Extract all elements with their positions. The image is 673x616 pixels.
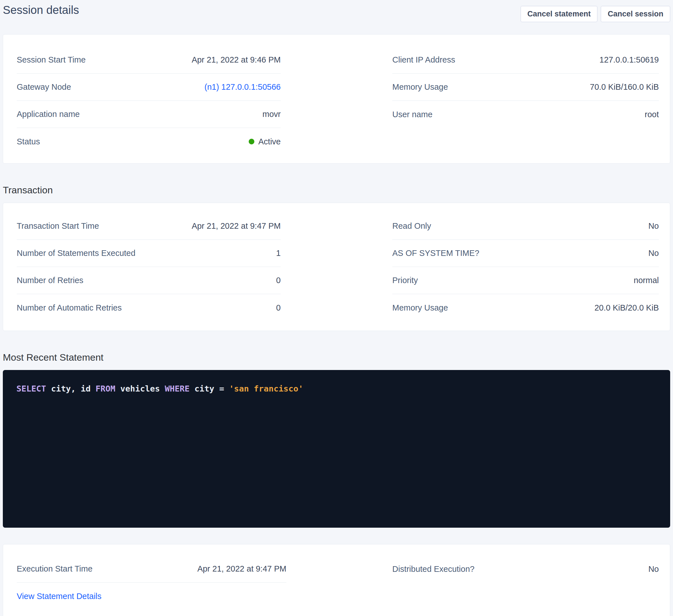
session-summary-card: Session Start Time Apr 21, 2022 at 9:46 … [3, 34, 670, 164]
row-label: Number of Automatic Retries [17, 303, 122, 313]
sql-token-keyword: SELECT [16, 384, 51, 393]
detail-row-status: Status Active [17, 128, 281, 155]
session-card-left-column: Session Start Time Apr 21, 2022 at 9:46 … [17, 46, 281, 155]
sql-token-identifier: city = [195, 384, 229, 393]
detail-row-execution-start-time: Execution Start Time Apr 21, 2022 at 9:4… [17, 555, 286, 583]
sql-token-string: 'san francisco' [229, 384, 303, 393]
sql-token-keyword: FROM [95, 384, 120, 393]
row-value: 0 [276, 276, 281, 285]
status-active-dot-icon [249, 139, 254, 144]
detail-row-automatic-retries: Number of Automatic Retries 0 [17, 294, 281, 321]
view-statement-details-row: View Statement Details [17, 583, 286, 610]
detail-row-session-start-time: Session Start Time Apr 21, 2022 at 9:46 … [17, 46, 281, 74]
row-value: 20.0 KiB/20.0 KiB [595, 303, 659, 313]
row-label: Read Only [392, 221, 431, 231]
row-label: Priority [392, 276, 418, 285]
detail-row-application-name: Application name movr [17, 101, 281, 128]
status-text: Active [258, 137, 281, 146]
detail-row-client-ip: Client IP Address 127.0.0.1:50619 [392, 46, 659, 74]
row-label: Session Start Time [17, 55, 85, 64]
detail-row-transaction-memory-usage: Memory Usage 20.0 KiB/20.0 KiB [392, 294, 659, 321]
sql-code-block: SELECT city, id FROM vehicles WHERE city… [3, 370, 670, 528]
page-header: Session details Cancel statement Cancel … [3, 0, 670, 22]
page-title: Session details [3, 2, 79, 18]
row-value: Apr 21, 2022 at 9:46 PM [192, 55, 281, 64]
row-label: AS OF SYSTEM TIME? [392, 249, 479, 258]
sql-token-identifier: city, id [51, 384, 95, 393]
row-value: No [648, 249, 659, 258]
transaction-heading: Transaction [3, 184, 670, 196]
session-card-right-column: Client IP Address 127.0.0.1:50619 Memory… [392, 46, 659, 155]
sql-token-keyword: WHERE [165, 384, 195, 393]
row-label: Status [17, 137, 40, 146]
transaction-card: Transaction Start Time Apr 21, 2022 at 9… [3, 203, 670, 331]
statement-heading: Most Recent Statement [3, 351, 670, 363]
row-label: Distributed Execution? [392, 565, 474, 574]
row-value: Apr 21, 2022 at 9:47 PM [197, 564, 286, 574]
row-label: Memory Usage [392, 303, 448, 313]
row-value: 127.0.0.1:50619 [599, 55, 659, 64]
execution-card-left-column: Execution Start Time Apr 21, 2022 at 9:4… [17, 555, 286, 610]
cancel-session-button[interactable]: Cancel session [601, 6, 670, 22]
row-label: Execution Start Time [17, 564, 92, 574]
detail-row-gateway-node: Gateway Node (n1) 127.0.0.1:50566 [17, 74, 281, 101]
transaction-card-right-column: Read Only No AS OF SYSTEM TIME? No Prior… [392, 213, 659, 321]
detail-row-priority: Priority normal [392, 267, 659, 294]
row-label: Transaction Start Time [17, 221, 99, 231]
row-value: No [648, 565, 659, 574]
execution-card-right-column: Distributed Execution? No [392, 555, 659, 610]
header-actions: Cancel statement Cancel session [521, 6, 670, 22]
execution-card: Execution Start Time Apr 21, 2022 at 9:4… [3, 544, 670, 616]
status-badge: Active [249, 137, 281, 146]
detail-row-session-memory-usage: Memory Usage 70.0 KiB/160.0 KiB [392, 74, 659, 101]
row-label: Memory Usage [392, 82, 448, 92]
row-value: Apr 21, 2022 at 9:47 PM [192, 221, 281, 231]
row-value: 0 [276, 303, 281, 313]
detail-row-transaction-start-time: Transaction Start Time Apr 21, 2022 at 9… [17, 213, 281, 240]
detail-row-statements-executed: Number of Statements Executed 1 [17, 240, 281, 267]
view-statement-details-link[interactable]: View Statement Details [17, 592, 101, 601]
row-label: Application name [17, 109, 79, 119]
row-value: normal [634, 276, 659, 285]
sql-token-identifier: vehicles [121, 384, 165, 393]
transaction-card-left-column: Transaction Start Time Apr 21, 2022 at 9… [17, 213, 281, 321]
detail-row-as-of-system-time: AS OF SYSTEM TIME? No [392, 240, 659, 267]
row-value: 70.0 KiB/160.0 KiB [590, 82, 659, 92]
gateway-node-link[interactable]: (n1) 127.0.0.1:50566 [205, 82, 281, 92]
row-value: root [645, 110, 659, 119]
detail-row-read-only: Read Only No [392, 213, 659, 240]
row-label: Gateway Node [17, 82, 71, 92]
detail-row-distributed-execution: Distributed Execution? No [392, 555, 659, 583]
session-details-page: Session details Cancel statement Cancel … [0, 0, 673, 616]
sql-statement: SELECT city, id FROM vehicles WHERE city… [16, 384, 303, 393]
row-label: Number of Statements Executed [17, 249, 136, 258]
row-value: movr [263, 109, 281, 119]
detail-row-user-name: User name root [392, 101, 659, 128]
cancel-statement-button[interactable]: Cancel statement [521, 6, 598, 22]
row-value: No [648, 221, 659, 231]
row-label: User name [392, 110, 433, 119]
row-label: Number of Retries [17, 276, 83, 285]
row-value: 1 [276, 249, 281, 258]
row-label: Client IP Address [392, 55, 455, 64]
detail-row-retries: Number of Retries 0 [17, 267, 281, 294]
